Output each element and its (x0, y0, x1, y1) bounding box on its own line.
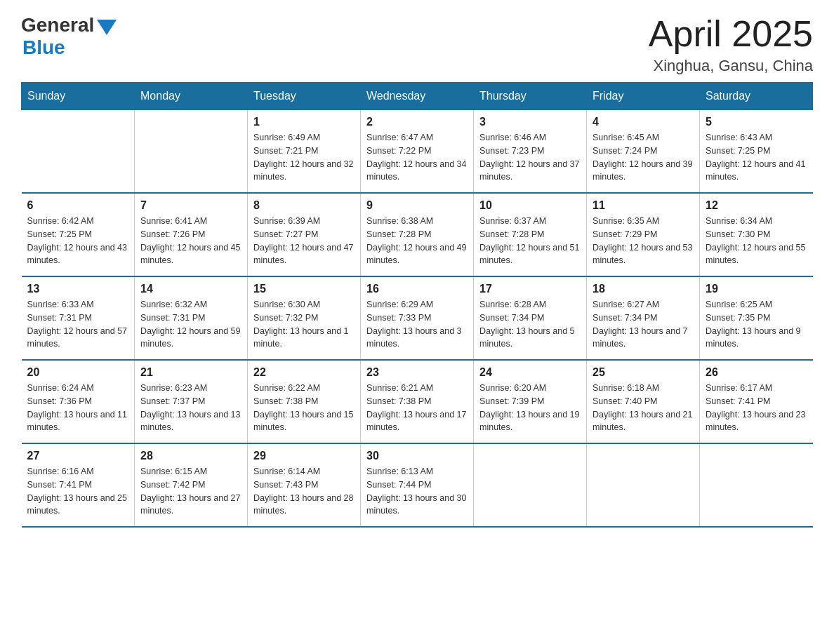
sunrise-text: Sunrise: 6:32 AM (140, 298, 241, 311)
table-row: 5Sunrise: 6:43 AMSunset: 7:25 PMDaylight… (700, 110, 813, 194)
sunset-text: Sunset: 7:21 PM (253, 145, 355, 158)
daylight-text: Daylight: 13 hours and 11 minutes. (27, 408, 129, 435)
day-number: 29 (253, 450, 355, 462)
day-info: Sunrise: 6:42 AMSunset: 7:25 PMDaylight:… (27, 215, 129, 267)
day-number: 27 (27, 450, 129, 462)
day-info: Sunrise: 6:13 AMSunset: 7:44 PMDaylight:… (366, 465, 468, 518)
table-row: 11Sunrise: 6:35 AMSunset: 7:29 PMDayligh… (587, 193, 700, 276)
table-row (700, 443, 813, 527)
day-number: 17 (479, 283, 581, 295)
day-number: 23 (366, 366, 468, 379)
daylight-text: Daylight: 12 hours and 55 minutes. (706, 241, 807, 268)
day-number: 6 (27, 199, 129, 212)
header-friday: Friday (587, 83, 700, 110)
day-info: Sunrise: 6:27 AMSunset: 7:34 PMDaylight:… (593, 298, 694, 351)
day-info: Sunrise: 6:24 AMSunset: 7:36 PMDaylight:… (27, 382, 129, 434)
sunset-text: Sunset: 7:31 PM (27, 311, 129, 325)
daylight-text: Daylight: 13 hours and 30 minutes. (366, 492, 468, 518)
table-row: 6Sunrise: 6:42 AMSunset: 7:25 PMDaylight… (22, 193, 135, 276)
daylight-text: Daylight: 13 hours and 9 minutes. (706, 325, 807, 351)
sunrise-text: Sunrise: 6:35 AM (593, 215, 694, 228)
sunrise-text: Sunrise: 6:30 AM (253, 298, 355, 311)
table-row: 13Sunrise: 6:33 AMSunset: 7:31 PMDayligh… (22, 276, 135, 360)
table-row: 23Sunrise: 6:21 AMSunset: 7:38 PMDayligh… (361, 360, 474, 443)
day-info: Sunrise: 6:25 AMSunset: 7:35 PMDaylight:… (706, 298, 807, 351)
sunrise-text: Sunrise: 6:24 AM (27, 382, 129, 395)
daylight-text: Daylight: 13 hours and 19 minutes. (479, 408, 581, 435)
header-sunday: Sunday (22, 83, 135, 110)
day-number: 13 (27, 283, 129, 295)
day-number: 16 (366, 283, 468, 295)
day-number: 12 (706, 199, 807, 212)
day-number: 2 (366, 116, 468, 128)
sunset-text: Sunset: 7:31 PM (140, 311, 241, 325)
table-row: 3Sunrise: 6:46 AMSunset: 7:23 PMDaylight… (474, 110, 587, 194)
sunset-text: Sunset: 7:24 PM (593, 145, 694, 158)
sunrise-text: Sunrise: 6:14 AM (253, 465, 355, 478)
sunrise-text: Sunrise: 6:47 AM (366, 131, 468, 145)
header-saturday: Saturday (700, 83, 813, 110)
day-number: 30 (366, 450, 468, 462)
table-row: 29Sunrise: 6:14 AMSunset: 7:43 PMDayligh… (248, 443, 361, 527)
daylight-text: Daylight: 13 hours and 17 minutes. (366, 408, 468, 435)
calendar-body: 1Sunrise: 6:49 AMSunset: 7:21 PMDaylight… (22, 110, 813, 528)
logo-arrow-icon (97, 20, 117, 35)
daylight-text: Daylight: 12 hours and 45 minutes. (140, 241, 241, 268)
daylight-text: Daylight: 13 hours and 28 minutes. (253, 492, 355, 518)
table-row: 15Sunrise: 6:30 AMSunset: 7:32 PMDayligh… (248, 276, 361, 360)
sunset-text: Sunset: 7:35 PM (706, 311, 807, 325)
day-info: Sunrise: 6:22 AMSunset: 7:38 PMDaylight:… (253, 382, 355, 434)
daylight-text: Daylight: 13 hours and 21 minutes. (593, 408, 694, 435)
sunrise-text: Sunrise: 6:27 AM (593, 298, 694, 311)
sunset-text: Sunset: 7:37 PM (140, 395, 241, 408)
day-info: Sunrise: 6:29 AMSunset: 7:33 PMDaylight:… (366, 298, 468, 351)
table-row: 14Sunrise: 6:32 AMSunset: 7:31 PMDayligh… (135, 276, 248, 360)
table-row: 24Sunrise: 6:20 AMSunset: 7:39 PMDayligh… (474, 360, 587, 443)
logo-general-text: General (21, 14, 94, 36)
sunset-text: Sunset: 7:39 PM (479, 395, 581, 408)
sunset-text: Sunset: 7:32 PM (253, 311, 355, 325)
page-header: General Blue April 2025 Xinghua, Gansu, … (21, 14, 813, 75)
sunrise-text: Sunrise: 6:16 AM (27, 465, 129, 478)
day-info: Sunrise: 6:20 AMSunset: 7:39 PMDaylight:… (479, 382, 581, 434)
sunset-text: Sunset: 7:44 PM (366, 478, 468, 492)
week-row-3: 13Sunrise: 6:33 AMSunset: 7:31 PMDayligh… (22, 276, 813, 360)
sunrise-text: Sunrise: 6:23 AM (140, 382, 241, 395)
header-thursday: Thursday (474, 83, 587, 110)
sunrise-text: Sunrise: 6:49 AM (253, 131, 355, 145)
calendar-title: April 2025 (649, 14, 813, 54)
sunset-text: Sunset: 7:29 PM (593, 228, 694, 241)
day-number: 22 (253, 366, 355, 379)
sunrise-text: Sunrise: 6:29 AM (366, 298, 468, 311)
day-info: Sunrise: 6:21 AMSunset: 7:38 PMDaylight:… (366, 382, 468, 434)
daylight-text: Daylight: 13 hours and 3 minutes. (366, 325, 468, 351)
logo-blue-text: Blue (22, 36, 65, 59)
daylight-text: Daylight: 12 hours and 39 minutes. (593, 158, 694, 185)
sunset-text: Sunset: 7:22 PM (366, 145, 468, 158)
days-of-week-row: SundayMondayTuesdayWednesdayThursdayFrid… (22, 83, 813, 110)
sunset-text: Sunset: 7:41 PM (27, 478, 129, 492)
day-info: Sunrise: 6:17 AMSunset: 7:41 PMDaylight:… (706, 382, 807, 434)
day-info: Sunrise: 6:45 AMSunset: 7:24 PMDaylight:… (593, 131, 694, 184)
calendar-header: SundayMondayTuesdayWednesdayThursdayFrid… (22, 83, 813, 110)
day-number: 19 (706, 283, 807, 295)
day-number: 8 (253, 199, 355, 212)
daylight-text: Daylight: 13 hours and 7 minutes. (593, 325, 694, 351)
day-number: 21 (140, 366, 241, 379)
daylight-text: Daylight: 13 hours and 23 minutes. (706, 408, 807, 435)
calendar-subtitle: Xinghua, Gansu, China (649, 57, 813, 75)
sunset-text: Sunset: 7:33 PM (366, 311, 468, 325)
day-number: 5 (706, 116, 807, 128)
sunrise-text: Sunrise: 6:41 AM (140, 215, 241, 228)
daylight-text: Daylight: 12 hours and 49 minutes. (366, 241, 468, 268)
sunset-text: Sunset: 7:34 PM (479, 311, 581, 325)
daylight-text: Daylight: 13 hours and 25 minutes. (27, 492, 129, 518)
sunrise-text: Sunrise: 6:39 AM (253, 215, 355, 228)
table-row: 19Sunrise: 6:25 AMSunset: 7:35 PMDayligh… (700, 276, 813, 360)
day-number: 10 (479, 199, 581, 212)
calendar-table: SundayMondayTuesdayWednesdayThursdayFrid… (21, 82, 813, 528)
day-info: Sunrise: 6:33 AMSunset: 7:31 PMDaylight:… (27, 298, 129, 351)
table-row: 10Sunrise: 6:37 AMSunset: 7:28 PMDayligh… (474, 193, 587, 276)
sunrise-text: Sunrise: 6:13 AM (366, 465, 468, 478)
day-number: 18 (593, 283, 694, 295)
